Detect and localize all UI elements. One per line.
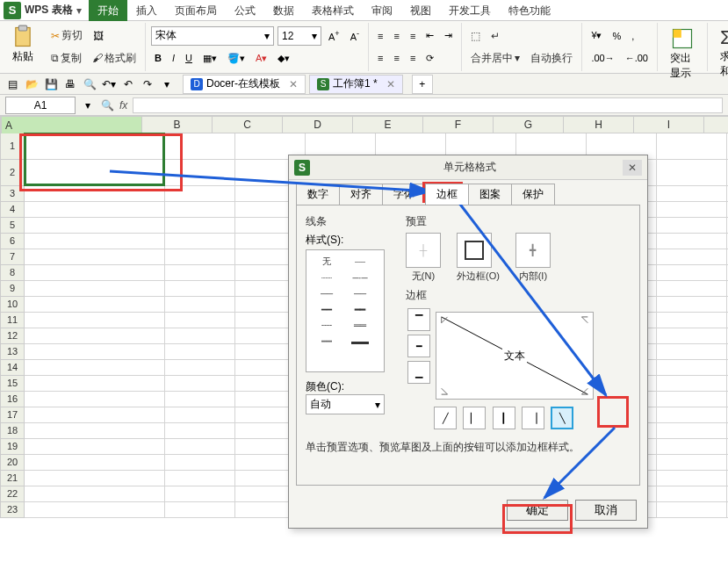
row-header[interactable]: 18 — [0, 423, 25, 439]
cell[interactable] — [165, 376, 235, 392]
cell[interactable] — [657, 360, 727, 376]
thumbnail-button[interactable]: 🖼 — [90, 28, 107, 44]
border-diag-up-button[interactable]: ╱ — [434, 407, 457, 429]
cell[interactable] — [657, 218, 727, 234]
cell[interactable] — [25, 202, 165, 218]
cell[interactable] — [25, 360, 165, 376]
doc-close-button[interactable]: ✕ — [386, 78, 395, 90]
name-box-drop-icon[interactable]: ▾ — [81, 98, 95, 112]
column-header-A[interactable]: A — [2, 116, 142, 135]
inc-decimal-button[interactable]: .00→ — [587, 51, 617, 65]
column-header-H[interactable]: H — [564, 116, 634, 133]
cell[interactable] — [657, 313, 727, 328]
preset-none-button[interactable]: ┼ — [406, 233, 441, 268]
cell[interactable] — [657, 328, 727, 344]
add-doc-button[interactable]: + — [412, 75, 433, 94]
currency-button[interactable]: ¥▾ — [587, 28, 605, 43]
font-color-button[interactable]: A▾ — [252, 51, 270, 66]
dialog-tab-字体[interactable]: 字体 — [382, 184, 426, 205]
wrap-text-button[interactable]: 自动换行 — [527, 49, 576, 68]
print-icon[interactable]: 🖶 — [63, 77, 77, 91]
menu-tab-特色功能[interactable]: 特色功能 — [500, 0, 559, 21]
align-top-button[interactable]: ≡ — [374, 29, 386, 43]
row-header[interactable]: 1 — [0, 133, 25, 160]
line-style-list[interactable]: 无 ┄┄ ┈┈ ─·─ ── ── ━━ ━━ ╌╌ ══ ┅┅ ▬▬ — [306, 249, 385, 372]
row-header[interactable]: 5 — [0, 218, 25, 234]
cell[interactable] — [657, 249, 727, 265]
row-header[interactable]: 3 — [0, 186, 25, 202]
cell[interactable] — [657, 186, 727, 202]
bold-button[interactable]: B — [151, 51, 165, 65]
line-style-thick[interactable]: ━━ — [343, 301, 377, 317]
cell[interactable] — [165, 249, 235, 265]
align-center-button[interactable]: ≡ — [391, 51, 403, 65]
column-header-E[interactable]: E — [353, 116, 423, 133]
cell[interactable] — [165, 455, 235, 471]
border-bottom-button[interactable]: ▁ — [407, 361, 430, 384]
column-header-D[interactable]: D — [283, 116, 353, 133]
cell[interactable] — [25, 160, 165, 186]
merge-center-button[interactable]: 合并居中▾ — [467, 49, 523, 68]
dialog-tab-数字[interactable]: 数字 — [296, 184, 340, 205]
row-header[interactable]: 10 — [0, 297, 25, 313]
border-vmid-button[interactable]: ┃ — [493, 407, 515, 429]
wrap-icon-button[interactable]: ↵ — [487, 28, 503, 44]
cell[interactable] — [165, 360, 235, 376]
doc-tab[interactable]: S工作簿1 *✕ — [309, 75, 403, 94]
name-box[interactable]: A1 — [5, 97, 76, 114]
row-header[interactable]: 14 — [0, 360, 25, 376]
doc-close-button[interactable]: ✕ — [289, 78, 298, 90]
row-header[interactable]: 21 — [0, 471, 25, 486]
sum-button[interactable]: Σ 求和 — [713, 25, 728, 81]
menu-tab-视图[interactable]: 视图 — [401, 0, 440, 21]
indent-inc-button[interactable]: ⇥ — [441, 28, 456, 43]
cell[interactable] — [25, 455, 165, 471]
cell[interactable] — [657, 265, 727, 281]
cell[interactable] — [657, 281, 727, 297]
line-style-dash2[interactable]: ╌╌ — [310, 317, 343, 333]
cell[interactable] — [165, 407, 235, 423]
line-style-dashdot[interactable]: ─·─ — [343, 270, 377, 285]
cell[interactable] — [657, 471, 727, 486]
column-header-G[interactable]: G — [494, 116, 564, 133]
cell[interactable] — [657, 502, 727, 518]
menu-tab-公式[interactable]: 公式 — [226, 0, 264, 21]
cell[interactable] — [25, 376, 165, 392]
cell[interactable] — [165, 502, 235, 518]
cell[interactable] — [25, 297, 165, 313]
preset-outline-button[interactable] — [457, 233, 492, 268]
row-header[interactable]: 11 — [0, 313, 25, 328]
menu-tab-审阅[interactable]: 审阅 — [363, 0, 401, 21]
line-style-med[interactable]: ━━ — [310, 301, 343, 317]
merge-icon-button[interactable]: ⬚ — [467, 28, 484, 44]
cell[interactable] — [165, 486, 235, 502]
border-diag-down-button[interactable]: ╲ — [551, 407, 573, 429]
cell[interactable] — [165, 423, 235, 439]
more-icon[interactable]: ▾ — [160, 77, 174, 91]
font-size-select[interactable]: 12▾ — [278, 26, 321, 46]
row-header[interactable]: 15 — [0, 376, 25, 392]
dec-decimal-button[interactable]: ←.00 — [622, 51, 652, 65]
cell[interactable] — [165, 344, 235, 360]
cell[interactable] — [657, 133, 727, 160]
fill-color-button[interactable]: 🪣▾ — [224, 51, 249, 66]
cell[interactable] — [25, 344, 165, 360]
print-preview-icon[interactable]: 🔍 — [83, 77, 97, 91]
border-top-button[interactable]: ▔ — [407, 308, 430, 331]
cell[interactable] — [657, 407, 727, 423]
cell[interactable] — [657, 392, 727, 407]
cell[interactable] — [657, 439, 727, 455]
menu-tab-表格样式[interactable]: 表格样式 — [303, 0, 363, 21]
cell[interactable] — [25, 423, 165, 439]
cell[interactable] — [165, 297, 235, 313]
cell[interactable] — [25, 234, 165, 249]
orientation-button[interactable]: ⟳ — [422, 51, 437, 66]
menu-tab-开始[interactable]: 开始 — [89, 0, 127, 21]
cell[interactable] — [657, 234, 727, 249]
cell[interactable] — [165, 133, 235, 160]
doc-tab[interactable]: DDocer-在线模板✕ — [183, 75, 306, 94]
cell[interactable] — [25, 471, 165, 486]
fx-search-icon[interactable]: 🔍 — [100, 98, 114, 112]
cell[interactable] — [657, 423, 727, 439]
row-header[interactable]: 12 — [0, 328, 25, 344]
